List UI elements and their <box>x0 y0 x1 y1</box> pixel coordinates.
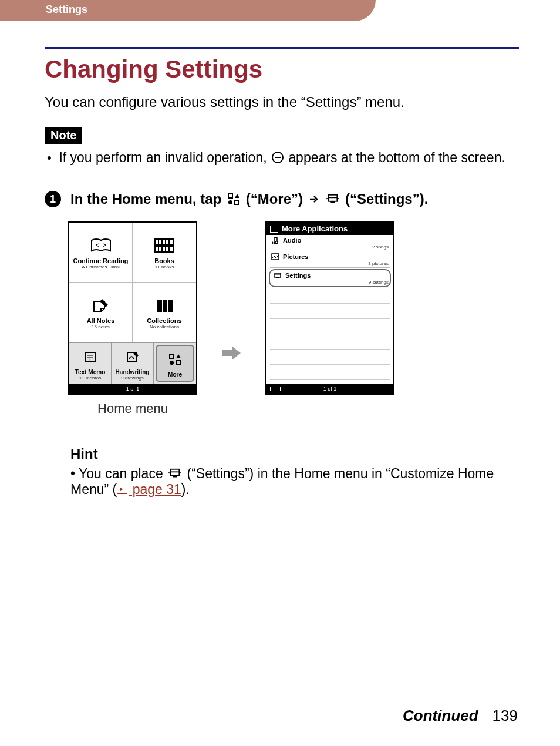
cell-title: Text Memo <box>75 369 106 375</box>
big-arrow-icon <box>221 344 242 364</box>
header-section: Settings <box>0 0 376 21</box>
empty-row <box>270 334 390 350</box>
step-more-label: (“More”) <box>246 191 307 207</box>
list-header: More Applications <box>266 223 393 235</box>
svg-rect-0 <box>228 194 232 198</box>
home-menu-figure: <> Continue Reading A Christmas Carol Bo… <box>68 221 197 416</box>
intro-text: You can configure various settings in th… <box>45 94 519 110</box>
svg-text:T: T <box>89 357 92 362</box>
list-row-pictures: Pictures 3 pictures <box>270 251 390 268</box>
note-badge: Note <box>45 127 82 144</box>
note-text-before: If you perform an invalid operation, <box>59 150 271 165</box>
svg-text:<: < <box>96 242 99 248</box>
home-statusbar: 1 of 1 <box>69 384 196 394</box>
cell-title: More <box>168 371 182 378</box>
cell-sub: 9 drawings <box>121 375 144 381</box>
battery-icon <box>270 387 281 391</box>
page-title: Changing Settings <box>45 55 519 83</box>
invalid-operation-icon <box>272 152 284 163</box>
home-menu-screenshot: <> Continue Reading A Christmas Carol Bo… <box>68 221 197 395</box>
home-status-text: 1 of 1 <box>126 386 140 392</box>
collections-icon <box>154 295 175 316</box>
list-row-name: Pictures <box>283 253 308 260</box>
empty-row <box>270 288 390 304</box>
list-statusbar: 1 of 1 <box>266 384 393 394</box>
settings-icon <box>326 193 339 205</box>
hint-title: Hint <box>70 446 519 462</box>
cell-title: Handwriting <box>116 369 150 375</box>
settings-icon <box>168 468 181 479</box>
note-body: • If you perform an invalid operation, a… <box>47 150 519 166</box>
bullet-icon: • <box>70 466 75 481</box>
svg-marker-33 <box>222 347 241 359</box>
page-link[interactable]: page 31 <box>129 482 181 497</box>
home-caption: Home menu <box>97 401 168 416</box>
list-row-count: 2 songs <box>372 244 389 250</box>
svg-rect-37 <box>276 277 279 278</box>
list-header-title: More Applications <box>282 224 348 233</box>
list-row-name: Audio <box>283 237 301 244</box>
cell-title: Collections <box>147 317 181 324</box>
more-icon <box>168 349 182 370</box>
svg-rect-22 <box>163 300 167 312</box>
step-text: In the Home menu, tap (“More”) (“Setting… <box>70 191 428 207</box>
audio-icon <box>271 237 279 244</box>
settings-icon <box>274 272 282 279</box>
svg-rect-3 <box>235 200 239 204</box>
svg-text:>: > <box>103 242 106 248</box>
svg-point-2 <box>228 200 232 204</box>
home-bottom-more: More <box>156 345 194 382</box>
page-number: 139 <box>492 707 518 725</box>
empty-row <box>270 304 390 319</box>
cell-sub: 11 books <box>155 264 174 270</box>
home-cell-continue-reading: <> Continue Reading A Christmas Carol <box>69 223 133 283</box>
bookshelf-icon <box>154 235 175 256</box>
svg-rect-11 <box>155 239 174 245</box>
svg-rect-32 <box>176 361 180 365</box>
cell-sub: 15 notes <box>92 324 110 330</box>
back-icon <box>270 226 278 233</box>
step-number-badge: 1 <box>45 191 61 207</box>
note-text-after: appears at the bottom of the screen. <box>288 150 505 165</box>
bullet-icon: • <box>47 150 55 166</box>
step-settings-label: (“Settings”). <box>345 191 428 207</box>
svg-rect-29 <box>170 354 174 358</box>
list-row-count: 9 settings <box>369 280 389 285</box>
step-1: 1 In the Home menu, tap (“More”) (“Setti… <box>45 191 519 207</box>
end-divider <box>45 505 519 505</box>
page-content: Changing Settings You can configure vari… <box>45 47 519 505</box>
notes-icon <box>90 295 112 316</box>
battery-icon <box>73 387 83 391</box>
svg-rect-12 <box>155 246 174 252</box>
book-open-icon: <> <box>89 235 113 256</box>
more-icon <box>227 193 240 206</box>
cell-sub: No collections <box>150 324 179 330</box>
empty-row <box>270 350 390 365</box>
more-applications-screenshot: More Applications Audio 2 songs Pictures… <box>265 221 394 395</box>
home-bottom-handwriting: Handwriting 9 drawings <box>112 343 154 384</box>
list-row-audio: Audio 2 songs <box>270 235 390 251</box>
section-divider <box>45 180 519 180</box>
step-part1: In the Home menu, tap <box>70 191 225 207</box>
cell-title: All Notes <box>87 317 115 324</box>
pictures-icon <box>271 253 279 260</box>
page-link-icon[interactable] <box>117 485 127 494</box>
list-row-count: 3 pictures <box>368 261 389 266</box>
svg-rect-21 <box>157 300 162 312</box>
empty-row <box>270 319 390 334</box>
svg-marker-1 <box>235 194 239 198</box>
home-cell-books: Books 11 books <box>133 223 196 283</box>
svg-marker-30 <box>176 354 181 358</box>
figures-row: <> Continue Reading A Christmas Carol Bo… <box>68 221 519 416</box>
cell-title: Books <box>154 257 174 264</box>
svg-rect-42 <box>173 476 177 478</box>
text-memo-icon: T <box>83 347 97 368</box>
note-block: Note • If you perform an invalid operati… <box>45 127 519 166</box>
svg-rect-34 <box>272 254 279 260</box>
page-footer: Continued 139 <box>403 707 518 725</box>
list-row-settings: Settings 9 settings <box>269 269 391 287</box>
svg-rect-8 <box>331 201 335 203</box>
home-bottom-text-memo: T Text Memo 11 memos <box>69 343 112 384</box>
cell-sub: A Christmas Carol <box>82 264 119 270</box>
hint-text-before: You can place <box>79 466 167 481</box>
